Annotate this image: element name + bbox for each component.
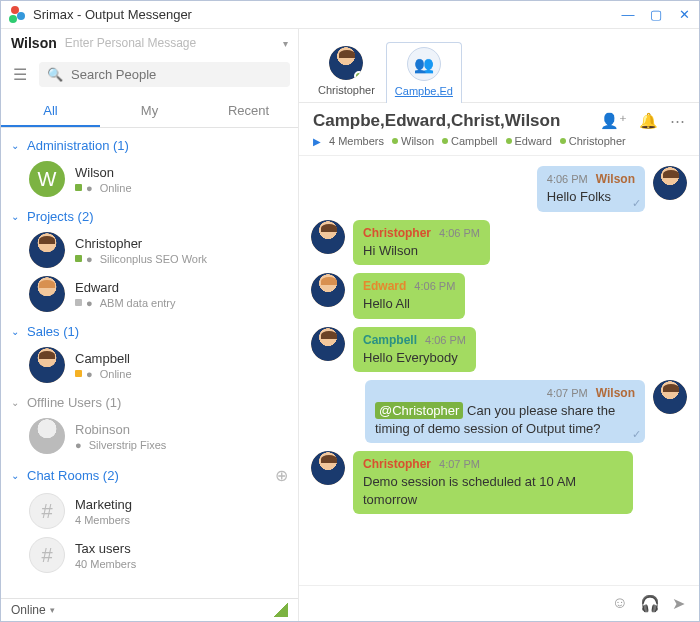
- message-time: 4:06 PM: [414, 280, 455, 292]
- avatar: [329, 46, 363, 80]
- group-icon: 👥: [407, 47, 441, 81]
- chevron-down-icon[interactable]: ▾: [283, 38, 288, 49]
- emoji-icon[interactable]: ☺: [612, 594, 628, 613]
- contact-status: ● ABM data entry: [75, 297, 176, 309]
- hash-icon: #: [29, 537, 65, 573]
- avatar: [311, 273, 345, 307]
- message-sender: Campbell: [363, 333, 417, 347]
- chevron-down-icon: ⌄: [11, 326, 21, 337]
- current-user-row[interactable]: Wilson Enter Personal Message ▾: [1, 29, 298, 57]
- sidebar: Wilson Enter Personal Message ▾ ☰ 🔍 All …: [1, 29, 299, 621]
- personal-message-input[interactable]: Enter Personal Message: [65, 36, 275, 50]
- message-bubble: Edward4:06 PMHello All: [353, 273, 465, 319]
- chevron-down-icon: ⌄: [11, 397, 21, 408]
- message-body: Hello All: [363, 295, 455, 313]
- contact-name: Wilson: [75, 165, 132, 180]
- avatar: [653, 380, 687, 414]
- avatar: [29, 347, 65, 383]
- window-controls: — ▢ ✕: [621, 7, 691, 22]
- add-member-icon[interactable]: 👤⁺: [600, 112, 627, 130]
- avatar: [653, 166, 687, 200]
- search-input[interactable]: [71, 67, 282, 82]
- message-time: 4:07 PM: [439, 458, 480, 470]
- chat-members-row: ▶ 4 Members Wilson Campbell Edward Chris…: [313, 135, 685, 147]
- message-sender: Wilson: [596, 386, 635, 400]
- message-bubble: 4:07 PMWilson@Christopher Can you please…: [365, 380, 645, 443]
- message-row: Campbell4:06 PMHello Everybody: [311, 327, 687, 373]
- room-tax[interactable]: # Tax users 40 Members: [1, 533, 298, 577]
- contact-name: Robinson: [75, 422, 166, 437]
- group-header-sales[interactable]: ⌄ Sales (1): [1, 320, 298, 343]
- status-bar[interactable]: Online ▾: [1, 598, 298, 621]
- chat-tab-label: Campbe,Ed: [395, 85, 453, 97]
- chat-title: Campbe,Edward,Christ,Wilson: [313, 111, 600, 131]
- message-bubble: Campbell4:06 PMHello Everybody: [353, 327, 476, 373]
- room-marketing[interactable]: # Marketing 4 Members: [1, 489, 298, 533]
- message-sender: Christopher: [363, 457, 431, 471]
- avatar: [311, 327, 345, 361]
- add-chatroom-icon[interactable]: ⊕: [275, 466, 288, 485]
- tab-my[interactable]: My: [100, 96, 199, 127]
- hash-icon: #: [29, 493, 65, 529]
- message-body: Demo session is scheduled at 10 AM tomor…: [363, 473, 623, 508]
- avatar: [311, 451, 345, 485]
- members-count: 4 Members: [329, 135, 384, 147]
- check-icon: ✓: [632, 428, 641, 441]
- contact-wilson[interactable]: W Wilson ● Online: [1, 157, 298, 201]
- chat-tab-label: Christopher: [318, 84, 375, 96]
- headset-icon[interactable]: 🎧: [640, 594, 660, 613]
- resize-grip-icon[interactable]: [274, 603, 288, 617]
- send-icon[interactable]: ➤: [672, 594, 685, 613]
- message-row: 4:06 PMWilsonHello Folks✓: [311, 166, 687, 212]
- avatar: W: [29, 161, 65, 197]
- chat-tab-group[interactable]: 👥 Campbe,Ed: [386, 42, 462, 103]
- mention-tag[interactable]: @Christopher: [375, 402, 463, 419]
- group-header-administration[interactable]: ⌄ Administration (1): [1, 134, 298, 157]
- contact-status: ● Silverstrip Fixes: [75, 439, 166, 451]
- search-box[interactable]: 🔍: [39, 62, 290, 87]
- message-row: Christopher4:06 PMHi Wilson: [311, 220, 687, 266]
- message-time: 4:07 PM: [547, 387, 588, 399]
- presence-dot-icon: [354, 71, 363, 80]
- status-label: Online: [11, 603, 46, 617]
- avatar: [29, 232, 65, 268]
- message-time: 4:06 PM: [425, 334, 466, 346]
- avatar: [29, 276, 65, 312]
- more-icon[interactable]: ⋯: [670, 112, 685, 130]
- contact-robinson[interactable]: Robinson ● Silverstrip Fixes: [1, 414, 298, 458]
- play-icon[interactable]: ▶: [313, 136, 321, 147]
- contact-name: Edward: [75, 280, 176, 295]
- contact-edward[interactable]: Edward ● ABM data entry: [1, 272, 298, 316]
- contact-name: Campbell: [75, 351, 132, 366]
- member-tag: Wilson: [392, 135, 434, 147]
- message-row: Edward4:06 PMHello All: [311, 273, 687, 319]
- contact-christopher[interactable]: Christopher ● Siliconplus SEO Work: [1, 228, 298, 272]
- tab-all[interactable]: All: [1, 96, 100, 127]
- maximize-icon[interactable]: ▢: [649, 7, 663, 22]
- contact-status: ● Siliconplus SEO Work: [75, 253, 207, 265]
- search-icon: 🔍: [47, 67, 63, 82]
- notifications-icon[interactable]: 🔔: [639, 112, 658, 130]
- app-title: Srimax - Output Messenger: [33, 7, 192, 22]
- tab-recent[interactable]: Recent: [199, 96, 298, 127]
- room-name: Tax users: [75, 541, 136, 556]
- message-bubble: Christopher4:06 PMHi Wilson: [353, 220, 490, 266]
- message-time: 4:06 PM: [439, 227, 480, 239]
- contact-campbell[interactable]: Campbell ● Online: [1, 343, 298, 387]
- sidebar-tabs: All My Recent: [1, 96, 298, 128]
- chat-tab-christopher[interactable]: Christopher: [309, 41, 384, 102]
- message-bubble: 4:06 PMWilsonHello Folks✓: [537, 166, 645, 212]
- message-body: Hi Wilson: [363, 242, 480, 260]
- room-sub: 4 Members: [75, 514, 132, 526]
- message-time: 4:06 PM: [547, 173, 588, 185]
- chat-header: Campbe,Edward,Christ,Wilson 👤⁺ 🔔 ⋯ ▶ 4 M…: [299, 103, 699, 156]
- menu-icon[interactable]: ☰: [9, 61, 31, 88]
- group-header-projects[interactable]: ⌄ Projects (2): [1, 205, 298, 228]
- check-icon: ✓: [632, 197, 641, 210]
- messages-list: 4:06 PMWilsonHello Folks✓Christopher4:06…: [299, 156, 699, 585]
- member-tag: Christopher: [560, 135, 626, 147]
- group-header-chatrooms[interactable]: ⌄ Chat Rooms (2) ⊕: [1, 462, 298, 489]
- group-header-offline[interactable]: ⌄ Offline Users (1): [1, 391, 298, 414]
- minimize-icon[interactable]: —: [621, 7, 635, 22]
- close-icon[interactable]: ✕: [677, 7, 691, 22]
